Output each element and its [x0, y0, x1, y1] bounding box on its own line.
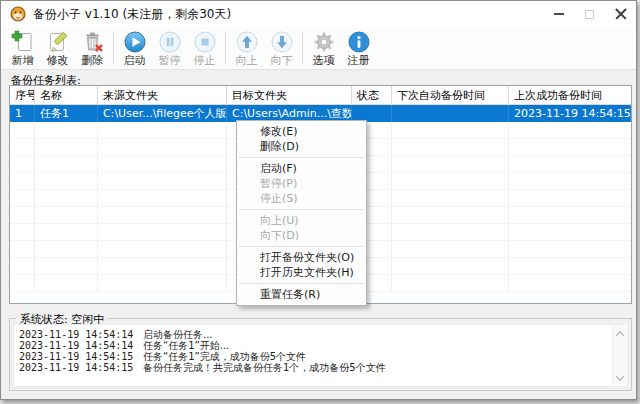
window-controls: [543, 1, 636, 27]
toolbar-button-label: 选项: [313, 54, 335, 67]
column-header-status[interactable]: 状态: [352, 86, 392, 105]
log-area: 2023-11-19 14:54:14 启动备份任务... 2023-11-19…: [13, 324, 628, 387]
cell-next-backup-time: [392, 105, 509, 122]
menu-item-move-down: 向下(D): [237, 228, 366, 243]
minimize-icon: [554, 13, 564, 15]
log-message: 任务“任务1”开始...: [143, 340, 229, 351]
cell-name: 任务1: [35, 105, 98, 122]
menu-item-modify[interactable]: 修改(E): [237, 124, 366, 139]
table-header-row: 序号 名称 来源文件夹 目标文件夹 状态 下次自动备份时间 上次成功备份时间: [10, 86, 631, 105]
log-timestamp: 2023-11-19 14:54:14: [19, 340, 143, 351]
chevron-down-icon: [615, 372, 623, 380]
toolbar-button-label: 注册: [348, 54, 370, 67]
log-line: 2023-11-19 14:54:14 启动备份任务...: [19, 329, 627, 340]
cell-last-success-time: 2023-11-19 14:54:15: [509, 105, 631, 122]
menu-separator: [239, 246, 364, 247]
system-status-groupbox: 系统状态: 空闲中 2023-11-19 14:54:14 启动备份任务... …: [9, 318, 632, 391]
modify-task-button[interactable]: 修改: [42, 29, 73, 67]
pause-task-button: 暂停: [154, 29, 185, 67]
scroll-down-button[interactable]: [613, 371, 626, 384]
toolbar-button-label: 删除: [82, 54, 104, 67]
start-task-button[interactable]: 启动: [119, 29, 150, 67]
close-icon: [615, 8, 627, 20]
context-menu: 修改(E) 删除(D) 启动(F) 暂停(P) 停止(S) 向上(U) 向下(D…: [236, 120, 367, 306]
start-play-icon: [123, 30, 147, 54]
titlebar: 备份小子 v1.10 (未注册，剩余30天): [1, 1, 636, 27]
cell-index: 1: [10, 105, 35, 122]
column-header-next-backup-time[interactable]: 下次自动备份时间: [392, 86, 509, 105]
menu-separator: [239, 209, 364, 210]
toolbar-separator: [225, 32, 226, 64]
maximize-button[interactable]: [574, 1, 605, 27]
chevron-up-icon: [615, 331, 623, 339]
log-message: 任务“任务1”完成，成功备份5个文件: [143, 351, 306, 362]
stop-task-button: 停止: [189, 29, 220, 67]
move-up-button: 向上: [231, 29, 262, 67]
register-button[interactable]: 注册: [343, 29, 374, 67]
toolbar-button-label: 向下: [271, 54, 293, 67]
menu-item-delete[interactable]: 删除(D): [237, 139, 366, 154]
mascot-monkey-icon: [10, 6, 26, 22]
menu-item-pause: 暂停(P): [237, 176, 366, 191]
options-button[interactable]: 选项: [308, 29, 339, 67]
toolbar-button-label: 停止: [194, 54, 216, 67]
window-title: 备份小子 v1.10 (未注册，剩余30天): [33, 6, 231, 23]
maximize-icon: [585, 10, 594, 19]
menu-item-start[interactable]: 启动(F): [237, 161, 366, 176]
toolbar-separator: [302, 32, 303, 64]
add-new-icon: [11, 30, 35, 54]
column-header-source-folder[interactable]: 来源文件夹: [98, 86, 227, 105]
toolbar-button-label: 暂停: [159, 54, 181, 67]
toolbar-separator: [113, 32, 114, 64]
menu-separator: [239, 283, 364, 284]
log-line: 2023-11-19 14:54:14 任务“任务1”开始...: [19, 340, 627, 351]
log-line: 2023-11-19 14:54:15 任务“任务1”完成，成功备份5个文件: [19, 351, 627, 362]
menu-item-stop: 停止(S): [237, 191, 366, 206]
log-message: 备份任务完成！共完成备份任务1个，成功备份5个文件: [143, 362, 386, 373]
menu-item-move-up: 向上(U): [237, 213, 366, 228]
menu-separator: [239, 157, 364, 158]
stop-icon: [193, 30, 217, 54]
log-scrollbar[interactable]: [612, 326, 626, 385]
toolbar-button-label: 新增: [12, 54, 34, 67]
column-header-target-folder[interactable]: 目标文件夹: [227, 86, 352, 105]
move-down-button: 向下: [266, 29, 297, 67]
log-timestamp: 2023-11-19 14:54:15: [19, 351, 143, 362]
column-header-name[interactable]: 名称: [35, 86, 98, 105]
edit-icon: [46, 30, 70, 54]
log-timestamp: 2023-11-19 14:54:15: [19, 362, 143, 373]
log-timestamp: 2023-11-19 14:54:14: [19, 329, 143, 340]
menu-item-reset-task[interactable]: 重置任务(R): [237, 287, 366, 302]
cell-source-folder: C:\User...\filegee个人版: [98, 105, 227, 122]
column-header-last-success-time[interactable]: 上次成功备份时间: [509, 86, 631, 105]
close-button[interactable]: [605, 1, 636, 27]
toolbar-button-label: 向上: [236, 54, 258, 67]
menu-item-open-history-folder[interactable]: 打开历史文件夹(H): [237, 265, 366, 280]
menu-item-open-backup-folder[interactable]: 打开备份文件夹(O): [237, 250, 366, 265]
log-message: 启动备份任务...: [143, 329, 213, 340]
app-window: 备份小子 v1.10 (未注册，剩余30天) 新增 修改: [0, 0, 637, 400]
delete-trash-icon: [81, 30, 105, 54]
log-lines: 2023-11-19 14:54:14 启动备份任务... 2023-11-19…: [14, 325, 627, 373]
move-down-arrow-icon: [270, 30, 294, 54]
register-info-icon: [347, 30, 371, 54]
pause-icon: [158, 30, 182, 54]
toolbar: 新增 修改 删除: [1, 27, 636, 70]
toolbar-button-label: 修改: [47, 54, 69, 67]
column-header-index[interactable]: 序号: [10, 86, 35, 105]
new-task-button[interactable]: 新增: [7, 29, 38, 67]
toolbar-button-label: 启动: [124, 54, 146, 67]
move-up-arrow-icon: [235, 30, 259, 54]
delete-task-button[interactable]: 删除: [77, 29, 108, 67]
scroll-up-button[interactable]: [613, 327, 626, 340]
options-gear-icon: [312, 30, 336, 54]
log-line: 2023-11-19 14:54:15 备份任务完成！共完成备份任务1个，成功备…: [19, 362, 627, 373]
minimize-button[interactable]: [543, 1, 574, 27]
